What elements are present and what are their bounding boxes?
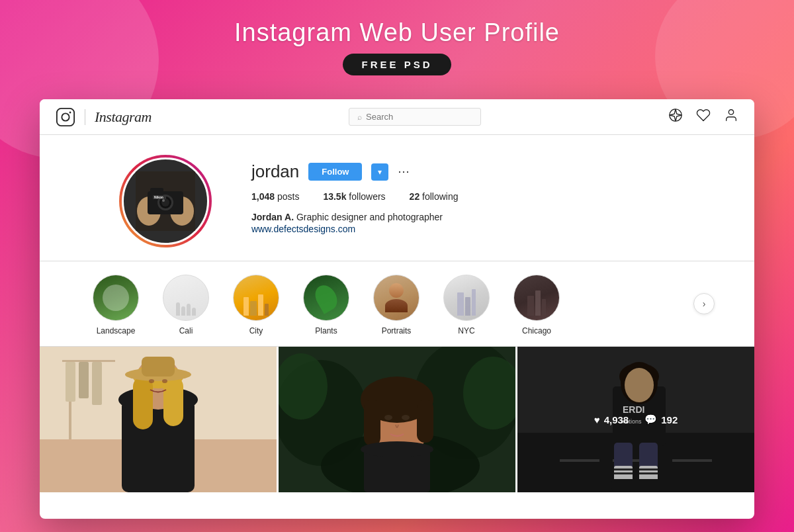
heart-nav-icon[interactable] — [696, 108, 711, 126]
bio-website[interactable]: www.defectsdesigns.com — [251, 224, 355, 234]
profile-section: Nikon jordan Follow ▾ ··· 1,048 posts 13… — [40, 135, 754, 261]
grid-item-2[interactable] — [279, 347, 515, 492]
compass-icon[interactable] — [668, 108, 683, 126]
highlight-portraits-circle — [373, 275, 419, 321]
grid-item-3[interactable]: ERDI motions — [517, 347, 754, 492]
instagram-navbar: Instagram ⌕ — [40, 99, 754, 135]
logo-divider — [85, 109, 85, 125]
search-wrapper: ⌕ — [161, 108, 668, 126]
city-decoration — [238, 280, 274, 316]
svg-rect-0 — [57, 108, 74, 125]
more-options-button[interactable]: ··· — [398, 165, 410, 179]
portrait-body — [385, 299, 408, 312]
following-stat: 22 following — [410, 191, 459, 202]
page-title: Instagram Web User Profile — [0, 19, 794, 47]
avatar-camera-svg: Nikon — [136, 171, 195, 231]
chevron-right-icon: › — [703, 298, 706, 309]
highlight-plants-circle — [303, 275, 349, 321]
bio-line1: Jordan A. Graphic designer and photograp… — [251, 211, 701, 223]
highlights-next-button[interactable]: › — [693, 293, 715, 314]
bio-name: Jordan A. — [251, 212, 296, 222]
instagram-camera-icon — [56, 107, 75, 127]
avatar-image: Nikon — [122, 157, 209, 245]
comments-count: 192 — [661, 414, 678, 425]
landscape-decoration — [103, 285, 130, 312]
highlight-landscape-circle — [93, 275, 139, 321]
username-row: jordan Follow ▾ ··· — [251, 161, 701, 182]
highlight-chicago-circle — [513, 275, 560, 321]
highlight-cali[interactable]: Cali — [163, 275, 209, 335]
highlight-chicago-label: Chicago — [522, 326, 551, 335]
username: jordan — [251, 161, 299, 182]
svg-point-5 — [728, 110, 733, 114]
follow-button[interactable]: Follow — [308, 163, 362, 181]
photo-grid: ERDI motions — [40, 346, 754, 492]
highlights-row: Landscape Cali — [40, 261, 754, 346]
followers-count: 13.5k — [323, 191, 346, 202]
nav-icons — [668, 108, 738, 126]
highlight-nyc-circle — [443, 275, 490, 321]
highlight-cali-label: Cali — [179, 326, 193, 335]
page-header: Instagram Web User Profile FREE PSD — [0, 0, 794, 87]
instagram-logo-text: Instagram — [95, 109, 152, 126]
search-input[interactable] — [366, 112, 459, 122]
highlight-nyc-label: NYC — [458, 326, 474, 335]
likes-count: 4,938 — [604, 414, 629, 425]
free-psd-badge: FREE PSD — [343, 54, 451, 75]
posts-label: posts — [277, 191, 299, 202]
highlight-chicago[interactable]: Chicago — [513, 275, 560, 335]
highlight-cali-circle — [163, 275, 209, 321]
posts-count: 1,048 — [251, 191, 275, 202]
grid-item-3-comments: 💬 192 — [644, 414, 678, 425]
plants-decoration — [311, 281, 341, 314]
svg-rect-10 — [150, 188, 163, 195]
highlight-plants[interactable]: Plants — [303, 275, 349, 335]
following-count: 22 — [410, 191, 420, 202]
svg-point-1 — [62, 113, 69, 120]
profile-nav-icon[interactable] — [724, 108, 738, 126]
svg-point-14 — [162, 199, 165, 202]
portrait-head — [389, 283, 404, 298]
stats-row: 1,048 posts 13.5k followers 22 following — [251, 191, 701, 202]
highlight-plants-label: Plants — [315, 326, 337, 335]
highlight-city[interactable]: City — [233, 275, 279, 335]
comment-stat-icon: 💬 — [644, 414, 657, 425]
cali-decoration — [168, 280, 204, 316]
svg-text:Nikon: Nikon — [154, 195, 163, 199]
highlight-portraits-label: Portraits — [382, 326, 412, 335]
highlight-city-circle — [233, 275, 279, 321]
following-label: following — [422, 191, 458, 202]
bio-section: Jordan A. Graphic designer and photograp… — [251, 211, 701, 235]
follow-dropdown-button[interactable]: ▾ — [371, 163, 388, 181]
highlight-portraits[interactable]: Portraits — [373, 275, 419, 335]
highlight-landscape-label: Landscape — [97, 326, 136, 335]
instagram-card: Instagram ⌕ — [40, 99, 754, 519]
followers-stat: 13.5k followers — [323, 191, 385, 202]
highlight-nyc[interactable]: NYC — [443, 275, 490, 335]
search-magnifier-icon: ⌕ — [357, 112, 362, 122]
grid-item-3-overlay: ♥ 4,938 💬 192 — [517, 347, 754, 492]
posts-stat: 1,048 posts — [251, 191, 299, 202]
followers-label: followers — [349, 191, 385, 202]
bio-description: Graphic designer and photographer — [296, 212, 443, 222]
heart-stat-icon: ♥ — [594, 414, 600, 425]
avatar-wrap: Nikon — [119, 155, 212, 247]
profile-info: jordan Follow ▾ ··· 1,048 posts 13.5k fo… — [251, 155, 701, 235]
avatar-ring: Nikon — [119, 155, 212, 247]
svg-point-2 — [69, 111, 71, 113]
search-bar[interactable]: ⌕ — [349, 108, 481, 126]
grid-item-1[interactable] — [40, 347, 277, 492]
logo-area: Instagram — [56, 107, 161, 127]
highlight-landscape[interactable]: Landscape — [93, 275, 139, 335]
grid-item-3-likes: ♥ 4,938 — [594, 414, 629, 425]
highlight-city-label: City — [249, 326, 263, 335]
